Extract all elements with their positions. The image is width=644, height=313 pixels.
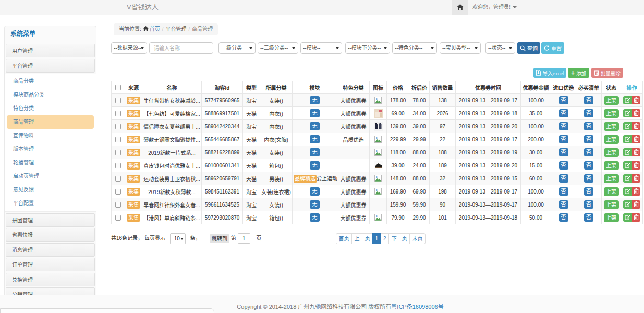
imported-toggle-button[interactable]: 否 — [559, 161, 568, 170]
delete-button[interactable] — [632, 135, 641, 143]
row-checkbox[interactable] — [115, 111, 121, 116]
sidebar-item-平台配置[interactable]: 平台配置 — [5, 197, 96, 210]
sidebar-item-意见反馈[interactable]: 意见反馈 — [5, 183, 96, 197]
status-button[interactable]: 上架 — [604, 161, 619, 170]
imported-toggle-button[interactable]: 否 — [559, 109, 568, 117]
delete-button[interactable] — [632, 213, 641, 222]
sidebar-group-兑换管理[interactable]: 兑换管理 — [6, 273, 95, 286]
delete-button[interactable] — [632, 174, 641, 183]
filter-select-模块[interactable]: --模块-- — [300, 42, 342, 54]
per-page-select[interactable]: 10 — [170, 233, 186, 244]
must-buy-toggle-button[interactable]: 否 — [584, 200, 593, 209]
imported-toggle-button[interactable]: 否 — [559, 200, 568, 209]
pager-button-末页[interactable]: 末页 — [409, 233, 426, 244]
edit-button[interactable] — [623, 148, 632, 156]
delete-button[interactable] — [632, 187, 641, 196]
sidebar-item-启动页管理[interactable]: 启动页管理 — [5, 170, 96, 183]
pager-button-1[interactable]: 1 — [372, 233, 381, 244]
edit-button[interactable] — [623, 213, 632, 222]
select-all-checkbox[interactable] — [115, 85, 121, 90]
filter-select-特色分类[interactable]: --特色分类-- — [392, 42, 437, 54]
pager-button-下一页[interactable]: 下一页 — [388, 233, 410, 244]
must-buy-toggle-button[interactable]: 否 — [584, 161, 593, 170]
sidebar-item-宣传物料[interactable]: 宣传物料 — [5, 129, 96, 142]
sidebar-item-轮播管理[interactable]: 轮播管理 — [5, 156, 96, 170]
must-buy-toggle-button[interactable]: 否 — [584, 122, 593, 130]
batch-delete-button[interactable]: 批量删除 — [591, 68, 623, 78]
status-button[interactable]: 上架 — [604, 96, 619, 105]
sidebar-item-特色分类[interactable]: 特色分类 — [5, 102, 96, 115]
jump-button[interactable]: 跳转到 — [210, 234, 229, 243]
status-button[interactable]: 上架 — [604, 135, 619, 144]
delete-button[interactable] — [632, 161, 641, 170]
row-checkbox[interactable] — [115, 150, 121, 155]
imported-toggle-button[interactable]: 否 — [559, 122, 568, 130]
status-button[interactable]: 上架 — [604, 187, 619, 196]
must-buy-toggle-button[interactable]: 否 — [584, 174, 593, 183]
sidebar-item-商品分类[interactable]: 商品分类 — [5, 75, 96, 88]
must-buy-toggle-button[interactable]: 否 — [584, 109, 593, 117]
reset-button[interactable]: 重置 — [541, 42, 564, 54]
filter-select-一级分类[interactable]: 一级分类 — [218, 42, 256, 54]
row-checkbox[interactable] — [115, 163, 121, 168]
filter-select-宝贝类型[interactable]: --宝贝类型-- — [440, 42, 481, 54]
filter-select-数据来源[interactable]: --数据来源-- — [111, 42, 147, 54]
imported-toggle-button[interactable]: 否 — [559, 213, 568, 222]
row-checkbox[interactable] — [115, 176, 121, 182]
name-search-input[interactable] — [149, 42, 213, 54]
status-button[interactable]: 上架 — [604, 148, 619, 157]
edit-button[interactable] — [623, 135, 632, 143]
query-button[interactable]: 查询 — [517, 42, 540, 54]
sidebar-item-商品管理[interactable]: 商品管理 — [7, 115, 94, 129]
imported-toggle-button[interactable]: 否 — [559, 174, 568, 183]
pager-button-上一页[interactable]: 上一页 — [351, 233, 373, 244]
delete-button[interactable] — [632, 109, 641, 117]
status-button[interactable]: 上架 — [604, 122, 619, 131]
sidebar-item-模块商品分类[interactable]: 模块商品分类 — [5, 88, 96, 102]
status-button[interactable]: 上架 — [604, 213, 619, 222]
sidebar-group-拼团管理[interactable]: 拼团管理 — [6, 213, 95, 227]
status-button[interactable]: 上架 — [604, 200, 619, 209]
icp-link[interactable]: 粤ICP备16098006号 — [391, 304, 443, 310]
status-button[interactable]: 上架 — [604, 109, 619, 118]
sidebar-group-省惠快报[interactable]: 省惠快报 — [6, 228, 95, 242]
must-buy-toggle-button[interactable]: 否 — [584, 148, 593, 156]
filter-select-二级分类[interactable]: --二级分类-- — [258, 42, 298, 54]
edit-button[interactable] — [623, 200, 632, 209]
edit-button[interactable] — [623, 174, 632, 183]
status-button[interactable]: 上架 — [604, 174, 619, 183]
sidebar-group-订单管理[interactable]: 订单管理 — [6, 258, 95, 271]
page-number-input[interactable] — [238, 233, 250, 244]
must-buy-toggle-button[interactable]: 否 — [584, 135, 593, 143]
pager-button-首页[interactable]: 首页 — [336, 233, 352, 244]
row-checkbox[interactable] — [115, 98, 121, 103]
row-checkbox[interactable] — [115, 215, 121, 221]
must-buy-toggle-button[interactable]: 否 — [584, 187, 593, 196]
sidebar-group-消息管理[interactable]: 消息管理 — [6, 243, 95, 257]
sidebar-item-版本管理[interactable]: 版本管理 — [5, 142, 96, 156]
imported-toggle-button[interactable]: 否 — [559, 135, 568, 143]
add-button[interactable]: +添加 — [568, 68, 589, 78]
delete-button[interactable] — [632, 122, 641, 130]
breadcrumb-home-link[interactable]: 首页 — [150, 26, 160, 32]
must-buy-toggle-button[interactable]: 否 — [584, 96, 593, 104]
delete-button[interactable] — [632, 96, 641, 104]
delete-button[interactable] — [632, 148, 641, 156]
imported-toggle-button[interactable]: 否 — [559, 96, 568, 104]
edit-button[interactable] — [623, 161, 632, 170]
edit-button[interactable] — [623, 122, 632, 130]
sidebar-group-用户管理[interactable]: 用户管理 — [6, 44, 95, 57]
row-checkbox[interactable] — [115, 202, 121, 208]
imported-toggle-button[interactable]: 否 — [559, 148, 568, 156]
edit-button[interactable] — [623, 96, 632, 104]
filter-select-模块下分类[interactable]: --模块下分类-- — [345, 42, 390, 54]
imported-toggle-button[interactable]: 否 — [559, 187, 568, 196]
filter-select-状态[interactable]: --状态-- — [485, 42, 515, 54]
must-buy-toggle-button[interactable]: 否 — [584, 213, 593, 222]
row-checkbox[interactable] — [115, 137, 121, 142]
delete-button[interactable] — [632, 200, 641, 209]
edit-button[interactable] — [623, 109, 632, 117]
edit-button[interactable] — [623, 187, 632, 196]
row-checkbox[interactable] — [115, 124, 121, 129]
sidebar-group-平台管理[interactable]: 平台管理 — [6, 59, 95, 73]
